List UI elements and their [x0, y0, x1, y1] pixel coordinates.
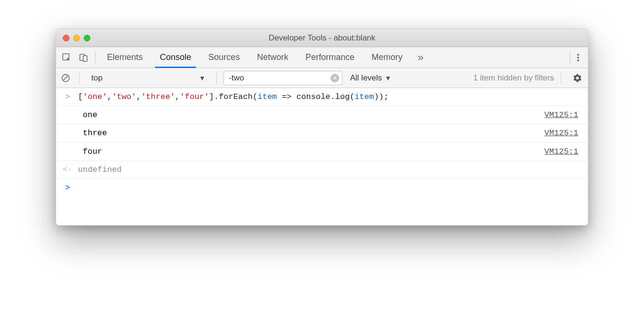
traffic-lights — [56, 35, 90, 41]
clear-filter-icon[interactable]: ✕ — [331, 74, 339, 82]
log-text: one — [76, 109, 545, 121]
filter-input-container[interactable]: ✕ — [224, 71, 342, 85]
hidden-by-filters-message: 1 item hidden by filters — [473, 73, 554, 83]
return-chevron-icon: <· — [59, 163, 76, 176]
tab-performance[interactable]: Performance — [297, 47, 363, 68]
log-text: three — [76, 127, 545, 139]
console-log-row: oneVM125:1 — [56, 106, 588, 124]
console-output: > ['one','two','three','four'].forEach(i… — [56, 88, 588, 225]
svg-rect-2 — [83, 56, 87, 61]
tab-elements[interactable]: Elements — [98, 47, 151, 68]
divider — [216, 72, 217, 84]
divider — [95, 51, 96, 64]
window-title: Developer Tools - about:blank — [56, 33, 588, 43]
console-settings-icon[interactable] — [570, 70, 585, 86]
console-log-row: fourVM125:1 — [56, 143, 588, 161]
chevron-down-icon: ▼ — [385, 74, 391, 82]
execution-context-selector[interactable]: top ▼ — [86, 71, 210, 85]
console-return-row: <· undefined — [56, 161, 588, 179]
console-prompt-row[interactable]: > — [56, 179, 588, 197]
tab-memory[interactable]: Memory — [363, 47, 411, 68]
return-value: undefined — [76, 163, 588, 176]
svg-point-5 — [577, 59, 579, 61]
window-close-button[interactable] — [63, 35, 69, 41]
settings-menu-button[interactable] — [573, 53, 586, 62]
divider — [561, 72, 561, 84]
log-levels-selector[interactable]: All levels ▼ — [346, 73, 395, 83]
panel-tabs: ElementsConsoleSourcesNetworkPerformance… — [98, 47, 411, 68]
input-chevron-icon: > — [59, 90, 76, 103]
svg-line-7 — [63, 75, 68, 80]
console-empty-area[interactable] — [56, 197, 588, 225]
window-minimize-button[interactable] — [73, 35, 80, 41]
window-zoom-button[interactable] — [84, 35, 90, 41]
console-log-row: threeVM125:1 — [56, 124, 588, 142]
context-label: top — [91, 73, 103, 83]
chevron-down-icon: ▼ — [199, 74, 205, 82]
prompt-chevron-icon: > — [59, 181, 76, 194]
filter-input[interactable] — [229, 73, 331, 83]
console-toolbar: top ▼ ✕ All levels ▼ 1 item hidden by fi… — [56, 68, 588, 88]
devtools-window: Developer Tools - about:blank ElementsCo… — [56, 29, 588, 226]
devtools-tabstrip: ElementsConsoleSourcesNetworkPerformance… — [56, 47, 588, 68]
window-titlebar: Developer Tools - about:blank — [56, 29, 588, 47]
divider — [79, 72, 79, 84]
tab-sources[interactable]: Sources — [200, 47, 248, 68]
console-input-row: > ['one','two','three','four'].forEach(i… — [56, 88, 588, 106]
source-link[interactable]: VM125:1 — [545, 109, 588, 121]
log-text: four — [76, 145, 545, 158]
device-toolbar-icon[interactable] — [75, 51, 92, 64]
divider — [570, 51, 570, 64]
tab-console[interactable]: Console — [151, 47, 200, 68]
source-link[interactable]: VM125:1 — [545, 145, 588, 158]
svg-point-4 — [577, 57, 579, 59]
levels-label: All levels — [350, 73, 382, 83]
inspect-element-icon[interactable] — [58, 51, 75, 64]
more-tabs-button[interactable]: » — [413, 51, 428, 64]
source-link[interactable]: VM125:1 — [545, 127, 588, 139]
clear-console-icon[interactable] — [59, 71, 72, 85]
console-input-code[interactable]: ['one','two','three','four'].forEach(ite… — [76, 90, 588, 103]
tab-network[interactable]: Network — [248, 47, 297, 68]
svg-point-3 — [577, 54, 579, 56]
